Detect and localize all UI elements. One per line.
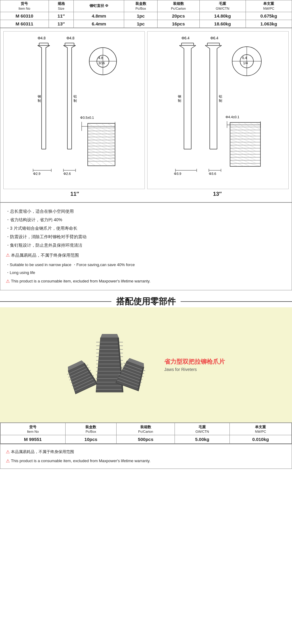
diagram-label: Φ2.9 (33, 172, 40, 175)
bc-pc-box: 10pcs (65, 435, 117, 443)
diagram-label: 制 (219, 99, 222, 102)
svg-line-71 (88, 152, 95, 155)
svg-line-81 (101, 158, 107, 161)
svg-line-168 (244, 148, 250, 151)
warning-icon-zh: ⚠ (6, 251, 10, 260)
warning-zh-text: 本品属易耗品，不属于终身保用范围 (11, 448, 74, 456)
header-pc-box: 装盒数 Pc/Box (124, 0, 158, 12)
bc-pc-carton: 500pcs (117, 435, 175, 443)
svg-line-97 (179, 45, 184, 48)
warning-en-line: ⚠ This product is a consumable item, exc… (6, 456, 286, 465)
bottom-table-section: 货号 Item No 装盒数 Pc/Box 装箱数 Pc/Carton 毛重 G… (0, 422, 292, 444)
svg-line-158 (230, 142, 238, 145)
svg-line-140 (250, 127, 256, 130)
cell-gw: 14.80kg (199, 12, 246, 20)
svg-line-63 (88, 146, 95, 149)
svg-line-44 (95, 131, 101, 134)
feature-line-4: ・防震设计，消除工作时铆枪对手臂的震动 (6, 232, 286, 241)
svg-line-64 (95, 146, 101, 149)
svg-line-78 (107, 155, 115, 158)
svg-line-153 (250, 136, 256, 139)
svg-line-38 (107, 123, 115, 128)
svg-line-43 (88, 131, 95, 134)
svg-line-177 (250, 154, 256, 157)
header-nw: 单支重 NW/PC (246, 0, 292, 12)
header-diameter: 铆钉直径 Φ (74, 0, 124, 12)
product-table: 货号 Item No 规格 Size 铆钉直径 Φ 装盒数 Pc/Box 装箱数… (0, 0, 292, 28)
bc-item-no: M 99551 (1, 435, 66, 443)
svg-line-98 (191, 45, 196, 48)
svg-line-54 (107, 137, 115, 140)
svg-line-83 (88, 161, 95, 166)
bh-pc-box: 装盒数 Pc/Box (65, 423, 117, 435)
warning-icon-en: ⚠ (6, 277, 10, 286)
svg-line-41 (101, 128, 107, 131)
svg-line-84 (95, 161, 101, 166)
svg-line-176 (244, 154, 250, 157)
feature-en-1: ・Suitable to be used in narrow place ・Fo… (6, 261, 286, 269)
svg-line-70 (107, 149, 115, 152)
accessory-info: 省力型双把拉铆枪爪片 Jaws for Riveters (164, 358, 225, 372)
svg-line-147 (238, 133, 244, 136)
cell-pc-carton: 16pcs (157, 20, 199, 28)
svg-line-175 (238, 154, 244, 157)
svg-line-107 (217, 45, 222, 48)
diagram-label: Φ4.8 (38, 36, 46, 40)
svg-line-48 (95, 134, 101, 137)
svg-line-163 (238, 145, 244, 148)
svg-line-152 (244, 136, 250, 139)
svg-line-36 (95, 123, 101, 128)
svg-line-60 (95, 143, 101, 146)
svg-line-137 (230, 127, 238, 130)
cell-size: 13″ (49, 20, 74, 28)
svg-line-141 (256, 127, 260, 129)
svg-line-182 (230, 160, 238, 163)
svg-line-156 (244, 139, 250, 142)
jaw-pieces-svg (67, 329, 152, 407)
svg-line-80 (95, 158, 101, 161)
svg-line-157 (250, 139, 256, 142)
svg-line-186 (230, 163, 238, 166)
cell-gw: 18.60kg (199, 20, 246, 28)
accessory-name-en: Jaws for Riveters (164, 367, 197, 372)
feature-text-3: ・3 片式铬钼合金钢爪片，使用寿命长 (6, 224, 77, 232)
bh-gw: 毛重 GW/CTN (175, 423, 229, 435)
accessory-name-zh: 省力型双把拉铆枪爪片 (164, 358, 225, 366)
diagram-label: 铝 (219, 95, 222, 98)
cell-item-no: M 60311 (0, 20, 49, 28)
diagram-label: 6.4 (242, 56, 247, 60)
svg-line-183 (238, 160, 244, 163)
cell-nw: 0.675kg (246, 12, 292, 20)
svg-line-37 (101, 123, 107, 128)
svg-line-149 (250, 133, 256, 136)
svg-line-146 (230, 133, 238, 136)
svg-line-52 (95, 137, 101, 140)
svg-line-165 (250, 145, 256, 148)
diagram-label: 钢 (37, 95, 41, 98)
svg-line-67 (88, 149, 95, 152)
svg-line-53 (101, 137, 107, 140)
feature-line-5: ・集钉瓶设计，防止意外及保持环境清洁 (6, 241, 286, 249)
feature-line-2: ・省力结构设计，省力约 40% (6, 215, 286, 224)
cell-item-no: M 60310 (0, 12, 49, 20)
bh-pc-carton: 装箱数 Pc/Carton (117, 423, 175, 435)
svg-line-42 (107, 128, 115, 131)
svg-line-160 (244, 142, 250, 145)
feature-line-1: ・总长度缩小，适合在狭小空间使用 (6, 207, 286, 215)
diagram-label: 钢 (178, 95, 181, 98)
warning-icon-bottom-zh: ⚠ (6, 447, 10, 456)
header-gw: 毛重 GW/CTN (199, 0, 246, 12)
svg-line-106 (205, 45, 210, 48)
jaw-piece-left (67, 359, 97, 394)
svg-line-68 (95, 149, 101, 152)
cell-pc-box: 1pc (124, 12, 158, 20)
svg-line-169 (250, 148, 256, 151)
svg-rect-118 (230, 122, 260, 166)
svg-line-69 (101, 149, 107, 152)
bc-nw: 0.010kg (229, 435, 291, 443)
svg-line-5 (46, 45, 50, 48)
svg-line-138 (238, 127, 244, 130)
svg-line-159 (238, 142, 244, 145)
diagram-threaded-body (88, 123, 115, 166)
diagram-label: 1/4 (243, 61, 248, 65)
